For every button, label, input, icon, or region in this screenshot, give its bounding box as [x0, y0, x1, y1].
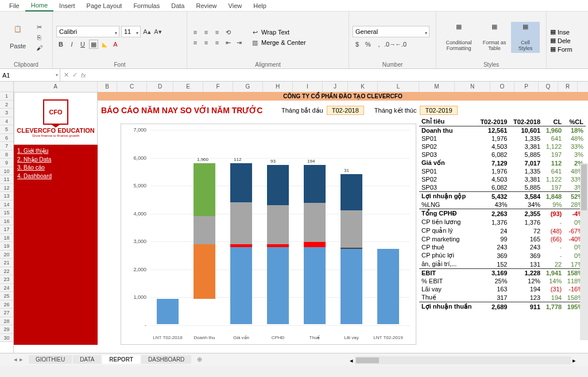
row-header[interactable]: 13 [0, 192, 13, 201]
col-header[interactable]: J [323, 82, 348, 92]
table-row[interactable]: Giá vốn7,1297,0171122% [419, 159, 586, 167]
row-header[interactable]: 15 [0, 209, 13, 217]
italic-icon[interactable]: I [67, 40, 76, 49]
waterfall-chart[interactable]: -1,0002,0003,0004,0005,0006,0007,000 LNT… [121, 124, 416, 345]
row-header[interactable]: 29 [0, 325, 13, 334]
table-row[interactable]: Doanh thu12,56110,6011,96018% [419, 126, 586, 135]
horizontal-scrollbar[interactable]: ◂▸ [348, 356, 578, 364]
add-sheet-button[interactable]: ⊕ [192, 356, 207, 363]
row-header[interactable]: 8 [0, 151, 13, 159]
table-row[interactable]: SP036,0825,8851973% [419, 151, 586, 159]
sheet-tab[interactable]: DASHBOARD [141, 355, 191, 364]
decrease-font-icon[interactable]: A▾ [153, 27, 163, 36]
row-header[interactable]: 6 [0, 134, 13, 143]
vertical-scrollbar[interactable] [580, 163, 588, 340]
row-header[interactable]: 2 [0, 101, 13, 109]
table-row[interactable]: % EBIT25%12%14%118% [419, 277, 586, 285]
row-header[interactable]: 27 [0, 309, 13, 317]
align-middle-icon[interactable]: ≡ [202, 28, 211, 37]
col-header[interactable]: P [514, 82, 539, 92]
sidebar-link[interactable]: 3. Báo cáo [17, 164, 94, 172]
paste-button[interactable]: 📋 Paste [3, 24, 32, 51]
table-row[interactable]: Lợi nhuận gộp5,4323,5841,84852% [419, 192, 586, 201]
end-period[interactable]: T02-2019 [420, 106, 457, 115]
row-header[interactable]: 3 [0, 109, 13, 117]
table-row[interactable]: %LNG43%34%9%28% [419, 201, 586, 209]
tab-prev-icon[interactable]: ◂ [14, 356, 17, 363]
row-header[interactable]: 9 [0, 159, 13, 167]
menu-review[interactable]: Review [190, 1, 222, 11]
menu-help[interactable]: Help [247, 1, 272, 11]
table-row[interactable]: Tổng CPHĐ2,2632,355(93)-4% [419, 209, 586, 218]
cell-styles-button[interactable]: ▦Cell Styles [511, 22, 540, 53]
align-center-icon[interactable]: ≡ [202, 38, 211, 47]
increase-decimal-icon[interactable]: .0→ [385, 40, 394, 49]
merge-center-button[interactable]: Merge & Center [261, 39, 306, 46]
sheet-tab[interactable]: REPORT [102, 355, 140, 364]
col-header[interactable]: K [348, 82, 378, 92]
format-as-table-button[interactable]: ▦Format as Table [480, 22, 509, 53]
align-left-icon[interactable]: ≡ [191, 38, 200, 47]
row-header[interactable]: 30 [0, 334, 13, 343]
table-row[interactable]: CP quản lý2472(48)-67% [419, 226, 586, 235]
table-row[interactable]: SP036,0825,8851973% [419, 183, 586, 192]
row-header[interactable]: 23 [0, 275, 13, 284]
table-row[interactable]: CP phúc lợi369369-0% [419, 251, 586, 260]
increase-indent-icon[interactable]: ⇥ [234, 38, 243, 47]
align-top-icon[interactable]: ≡ [191, 28, 200, 37]
col-header[interactable]: O [490, 82, 514, 92]
start-period[interactable]: T02-2018 [327, 106, 364, 115]
font-size-combo[interactable]: 11 [121, 26, 141, 37]
comma-icon[interactable]: , [374, 40, 384, 49]
menu-view[interactable]: View [223, 1, 248, 11]
format-button[interactable]: ▦ Form [550, 45, 572, 53]
align-bottom-icon[interactable]: ≡ [212, 28, 222, 37]
row-header[interactable]: 25 [0, 292, 13, 301]
table-row[interactable]: EBIT3,1691,2281,941158% [419, 269, 586, 278]
col-header[interactable]: D [147, 82, 173, 92]
table-row[interactable]: CP tiền lương1,3761,376-0% [419, 218, 586, 226]
format-painter-icon[interactable]: 🖌 [34, 43, 44, 52]
col-header[interactable]: Q [539, 82, 558, 92]
copy-icon[interactable]: ⎘ [34, 33, 44, 42]
borders-icon[interactable]: ▦ [89, 40, 98, 49]
col-header[interactable]: C [117, 82, 147, 92]
underline-icon[interactable]: U [78, 40, 87, 49]
menu-page-layout[interactable]: Page Layout [81, 1, 128, 11]
table-row[interactable]: CP marketing99165(66)-40% [419, 235, 586, 243]
row-header[interactable]: 14 [0, 201, 13, 209]
align-right-icon[interactable]: ≡ [212, 38, 222, 47]
fx-icon[interactable]: fx [81, 72, 86, 79]
sheet-tab[interactable]: GIOITHIEU [29, 355, 72, 364]
fill-color-icon[interactable]: ◣ [100, 40, 109, 49]
insert-button[interactable]: ▦ Inse [550, 28, 572, 36]
table-row[interactable]: SP024,5033,3811,12233% [419, 143, 586, 151]
col-header[interactable]: E [173, 82, 203, 92]
col-header[interactable]: M [419, 82, 455, 92]
menu-file[interactable]: File [3, 1, 25, 11]
row-header[interactable]: 24 [0, 284, 13, 293]
col-header[interactable]: N [455, 82, 490, 92]
row-header[interactable]: 7 [0, 142, 13, 151]
table-row[interactable]: Lãi vay163194(31)-16% [419, 285, 586, 293]
row-header[interactable]: 5 [0, 125, 13, 134]
col-header[interactable]: A [14, 82, 98, 92]
menu-formulas[interactable]: Formulas [127, 1, 165, 11]
percent-icon[interactable]: % [363, 40, 373, 49]
number-format-combo[interactable]: General [353, 26, 430, 37]
row-header[interactable]: 10 [0, 167, 13, 176]
row-header[interactable]: 28 [0, 317, 13, 326]
currency-icon[interactable]: $ [353, 40, 362, 49]
font-color-icon[interactable]: A [111, 40, 120, 49]
name-box[interactable]: A1 [0, 69, 60, 82]
table-row[interactable]: SP011,9761,33564148% [419, 134, 586, 143]
row-header[interactable]: 16 [0, 217, 13, 226]
col-header[interactable]: G [233, 82, 263, 92]
cut-icon[interactable]: ✂ [34, 22, 44, 32]
sidebar-link[interactable]: 4. Dashboard [17, 172, 94, 181]
cancel-formula-icon[interactable]: ✕ [64, 71, 69, 79]
delete-button[interactable]: ▦ Dele [550, 37, 572, 44]
sidebar-link[interactable]: 2. Nhập Data [17, 156, 94, 164]
menu-data[interactable]: Data [165, 1, 190, 11]
row-header[interactable]: 19 [0, 242, 13, 251]
